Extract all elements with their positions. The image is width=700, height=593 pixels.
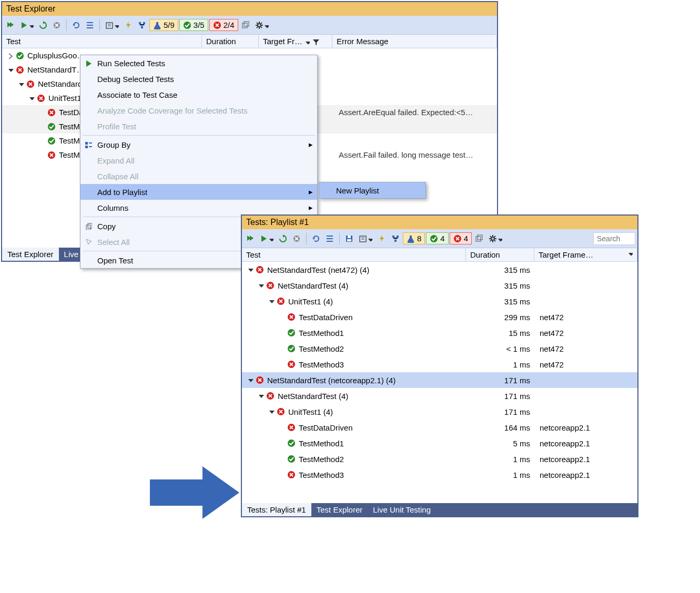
pass-count-badge[interactable]: 4 — [426, 232, 448, 244]
window-tabs: Tests: Playlist #1Test ExplorerLive Unit… — [242, 503, 637, 516]
run-button[interactable] — [18, 18, 36, 32]
col-test[interactable]: Test — [242, 248, 466, 261]
test-row[interactable]: UnitTest1 (4)171 ms — [242, 404, 637, 420]
run-count-badge[interactable]: 8 — [403, 232, 425, 244]
test-duration: 164 ms — [467, 423, 535, 432]
test-target: netcoreapp2.1 — [535, 471, 630, 479]
tab-test-explorer[interactable]: Test Explorer — [311, 503, 368, 516]
submenu-arrow-icon: ▸ — [309, 187, 313, 197]
tab-tests-playlist-1[interactable]: Tests: Playlist #1 — [242, 503, 311, 516]
menu-run-selected-tests[interactable]: Run Selected Tests — [80, 55, 317, 71]
fail-icon — [47, 151, 56, 159]
test-row[interactable]: TestMethod15 msnetcoreapp2.1 — [242, 435, 637, 451]
window-title: Tests: Playlist #1 — [242, 216, 637, 229]
menu-add-to-playlist[interactable]: Add to Playlist▸ — [80, 184, 317, 200]
menu-associate-to-test-case[interactable]: Associate to Test Case — [80, 87, 317, 103]
test-row[interactable]: TestMethod31 msnetcoreapp2.1 — [242, 467, 637, 483]
run-count: 8 — [417, 234, 421, 243]
cancel-button[interactable] — [50, 18, 63, 32]
test-row[interactable]: TestDataDriven299 msnet472 — [242, 309, 637, 325]
expander-icon[interactable] — [268, 298, 275, 304]
fail-icon — [287, 313, 296, 321]
test-duration: 1 ms — [467, 360, 535, 369]
search-input[interactable] — [593, 232, 635, 245]
test-row[interactable]: NetStandardTest (4)171 ms — [242, 388, 637, 404]
test-error: Assert.AreEqual failed. Expected:<5… — [333, 108, 495, 117]
test-row[interactable]: NetStandardTest (net472) (4)315 ms — [242, 262, 637, 278]
repeat-button[interactable] — [37, 18, 49, 32]
col-duration[interactable]: Duration — [466, 248, 534, 261]
group-icon — [84, 141, 93, 148]
settings-button[interactable] — [253, 18, 271, 32]
playlist-button[interactable] — [103, 18, 121, 32]
windows-button[interactable] — [473, 232, 485, 246]
hierarchy-button[interactable] — [389, 232, 402, 246]
build-button[interactable] — [122, 18, 135, 32]
run-all-button[interactable] — [4, 18, 17, 32]
playlist-button[interactable] — [357, 232, 374, 246]
test-name: NetStandardTest (4) — [275, 281, 467, 290]
expander-icon[interactable] — [7, 53, 14, 59]
run-count-badge[interactable]: 5/9 — [149, 19, 178, 31]
fail-count-badge[interactable]: 2/4 — [209, 19, 238, 31]
col-target[interactable]: Target Fr… — [259, 35, 332, 48]
fail-icon — [37, 94, 45, 103]
col-error[interactable]: Error Message — [332, 35, 497, 48]
expander-icon[interactable] — [7, 67, 14, 73]
refresh-button[interactable] — [310, 232, 322, 246]
save-button[interactable] — [343, 232, 356, 246]
test-row[interactable]: TestMethod2< 1 msnet472 — [242, 341, 637, 356]
arrow-graphic — [147, 464, 242, 522]
tab-test-explorer[interactable]: Test Explorer — [2, 248, 59, 261]
repeat-button[interactable] — [277, 232, 289, 246]
menu-group-by[interactable]: Group By▸ — [80, 137, 317, 152]
expander-icon[interactable] — [258, 282, 264, 289]
test-row[interactable]: TestDataDriven164 msnetcoreapp2.1 — [242, 420, 637, 435]
test-row[interactable]: TestMethod115 msnet472 — [242, 325, 637, 341]
test-target: netcoreapp2.1 — [535, 455, 630, 464]
run-all-button[interactable] — [244, 232, 257, 246]
test-target: net472 — [535, 329, 630, 338]
pass-count-badge[interactable]: 3/5 — [179, 19, 208, 31]
build-button[interactable] — [376, 232, 388, 246]
cancel-button[interactable] — [290, 232, 303, 246]
test-target: netcoreapp2.1 — [535, 423, 630, 432]
show-list-button[interactable] — [84, 18, 96, 32]
test-target: net472 — [535, 360, 630, 369]
test-row[interactable]: NetStandardTest (4)315 ms — [242, 278, 637, 293]
test-duration: 315 ms — [467, 297, 535, 306]
test-row[interactable]: NetStandardTest (netcoreapp2.1) (4)171 m… — [242, 372, 637, 388]
refresh-button[interactable] — [70, 18, 83, 32]
test-target: net472 — [535, 313, 630, 322]
col-test[interactable]: Test — [2, 35, 202, 48]
filter-icon[interactable] — [312, 38, 319, 45]
expander-icon[interactable] — [268, 408, 275, 415]
run-button[interactable] — [258, 232, 276, 246]
test-target: netcoreapp2.1 — [535, 439, 630, 448]
col-target[interactable]: Target Frame… — [534, 248, 637, 261]
expander-icon[interactable] — [247, 267, 253, 273]
toolbar: 5/9 3/5 2/4 — [2, 16, 497, 35]
expander-icon[interactable] — [258, 393, 264, 399]
pass-count: 4 — [440, 234, 444, 243]
fail-count-badge[interactable]: 4 — [450, 232, 472, 244]
settings-button[interactable] — [486, 232, 504, 246]
test-row[interactable]: UnitTest1 (4)315 ms — [242, 293, 637, 309]
windows-button[interactable] — [239, 18, 252, 32]
menu-new-playlist[interactable]: New Playlist — [319, 182, 425, 198]
col-duration[interactable]: Duration — [202, 35, 259, 48]
run-count: 5/9 — [164, 21, 175, 29]
expander-icon[interactable] — [247, 377, 253, 383]
tab-live-unit-testing[interactable]: Live Unit Testing — [368, 503, 436, 516]
menu-debug-selected-tests[interactable]: Debug Selected Tests — [80, 71, 317, 87]
test-row[interactable]: TestMethod31 msnet472 — [242, 356, 637, 372]
hierarchy-button[interactable] — [136, 18, 148, 32]
test-duration: 171 ms — [467, 376, 535, 385]
expander-icon[interactable] — [18, 81, 24, 87]
show-list-button[interactable] — [323, 232, 336, 246]
test-row[interactable]: TestMethod21 msnetcoreapp2.1 — [242, 451, 637, 467]
menu-analyze-code-coverage-for-selected-tests: Analyze Code Coverage for Selected Tests — [80, 103, 317, 118]
menu-columns[interactable]: Columns▸ — [80, 200, 317, 216]
expander-icon[interactable] — [28, 95, 35, 101]
menu-collapse-all: Collapse All — [80, 168, 317, 184]
